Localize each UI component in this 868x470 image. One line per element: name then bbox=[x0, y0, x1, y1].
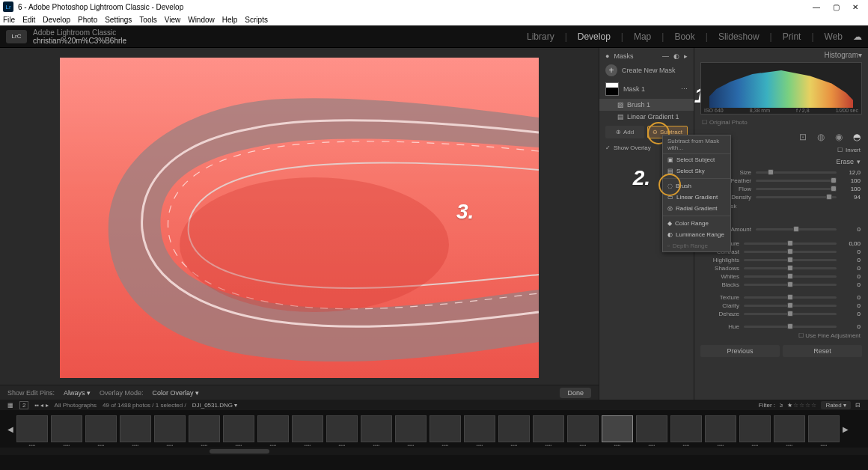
secondary-icon[interactable]: 2 bbox=[19, 401, 28, 409]
module-web[interactable]: Web bbox=[825, 31, 843, 42]
filmstrip-thumb[interactable]: ••••• bbox=[154, 415, 186, 442]
show-edit-pins-value[interactable]: Always ▾ bbox=[64, 389, 91, 397]
done-button[interactable]: Done bbox=[560, 388, 591, 398]
filmstrip-thumb[interactable]: ••••• bbox=[739, 415, 771, 442]
density-slider[interactable] bbox=[756, 196, 837, 198]
exposure-slider[interactable] bbox=[744, 242, 837, 245]
dd-radial-gradient[interactable]: ◎ Radial Gradient bbox=[663, 203, 730, 214]
menu-settings[interactable]: Settings bbox=[105, 16, 132, 24]
filmstrip-thumb[interactable]: ••••• bbox=[257, 415, 289, 442]
invert-checkbox[interactable]: ☐ bbox=[837, 147, 843, 153]
filter-flag[interactable]: ≥ bbox=[780, 402, 783, 409]
original-photo-toggle[interactable]: ☐ Original Photo bbox=[694, 117, 868, 127]
filmstrip-thumb[interactable]: ••••• bbox=[567, 415, 599, 442]
create-new-mask[interactable]: + Create New Mask bbox=[599, 61, 694, 79]
filmstrip-thumb[interactable]: ••••• bbox=[808, 415, 840, 442]
menu-view[interactable]: View bbox=[165, 16, 181, 24]
flow-slider[interactable] bbox=[756, 188, 837, 190]
dd-color-range[interactable]: ◆ Color Range bbox=[663, 218, 730, 229]
filmstrip-thumb[interactable]: ••••• bbox=[395, 415, 427, 442]
filmstrip-thumb[interactable]: ••••• bbox=[533, 415, 564, 442]
module-develop[interactable]: Develop bbox=[578, 31, 611, 42]
filmstrip-thumb[interactable]: ••••• bbox=[636, 415, 667, 442]
filmstrip-thumb[interactable]: ••••• bbox=[223, 415, 254, 442]
crop-tool-icon[interactable]: ⊡ bbox=[799, 132, 807, 142]
overlay-mode-value[interactable]: Color Overlay ▾ bbox=[153, 389, 200, 397]
filmstrip-thumb[interactable]: ••••• bbox=[16, 415, 48, 442]
minimize-button[interactable]: — bbox=[807, 3, 826, 11]
filmstrip-thumb[interactable]: ••••• bbox=[85, 415, 117, 442]
photo-canvas[interactable]: 3. bbox=[60, 58, 539, 378]
redeye-tool-icon[interactable]: ◉ bbox=[835, 132, 843, 142]
clarity-slider[interactable] bbox=[744, 305, 837, 307]
menu-photo[interactable]: Photo bbox=[78, 16, 97, 24]
filmstrip-thumb[interactable]: ••••• bbox=[430, 415, 461, 442]
menu-scripts[interactable]: Scripts bbox=[245, 16, 268, 24]
view-icons[interactable]: ▪▪ ◂ ▸ bbox=[34, 402, 48, 409]
size-slider[interactable] bbox=[756, 171, 837, 174]
filter-stars[interactable]: ★☆☆☆☆ bbox=[787, 402, 816, 409]
mask-1[interactable]: Mask 1 ⋯ bbox=[599, 79, 694, 99]
close-button[interactable]: ✕ bbox=[846, 3, 865, 11]
mask-component-brush[interactable]: ▨ Brush 1 bbox=[599, 99, 694, 111]
amount-slider[interactable] bbox=[756, 228, 837, 231]
filter-rated[interactable]: Rated ▾ bbox=[821, 401, 851, 409]
filmstrip-thumb[interactable]: ••••• bbox=[670, 415, 702, 442]
dd-brush[interactable]: ◌ Brush bbox=[663, 180, 730, 192]
previous-button[interactable]: Previous bbox=[700, 345, 780, 357]
module-slideshow[interactable]: Slideshow bbox=[718, 31, 760, 42]
filmstrip-left-arrow[interactable]: ◀ bbox=[7, 425, 13, 433]
fine-adjust-checkbox[interactable]: ☐ Use Fine Adjustment bbox=[694, 331, 868, 341]
menu-develop[interactable]: Develop bbox=[43, 16, 70, 24]
grid-icon[interactable]: ▦ bbox=[7, 402, 13, 409]
filmstrip-thumb[interactable]: ••••• bbox=[705, 415, 736, 442]
menu-help[interactable]: Help bbox=[222, 16, 238, 24]
dehaze-slider[interactable] bbox=[744, 313, 837, 315]
maximize-button[interactable]: ▢ bbox=[826, 3, 846, 11]
filmstrip-thumb[interactable]: ••••• bbox=[498, 415, 530, 442]
masks-header[interactable]: ● Masks — ◐ ▸ bbox=[599, 51, 694, 61]
invert-label: Invert bbox=[846, 147, 861, 153]
filmstrip-right-arrow[interactable]: ▶ bbox=[843, 425, 849, 433]
feather-slider[interactable] bbox=[756, 180, 837, 182]
menu-tools[interactable]: Tools bbox=[139, 16, 156, 24]
filmstrip-thumb[interactable]: ••••• bbox=[51, 415, 82, 442]
filmstrip-thumb[interactable]: ••••• bbox=[464, 415, 495, 442]
dd-select-subject[interactable]: ▣ Select Subject bbox=[663, 154, 730, 165]
whites-slider[interactable] bbox=[744, 275, 837, 278]
filmstrip-thumb[interactable]: ••••• bbox=[292, 415, 323, 442]
module-print[interactable]: Print bbox=[783, 31, 801, 42]
histogram[interactable]: ISO 6408,38 mmf / 2,81/200 sec bbox=[700, 62, 862, 115]
filmstrip-thumb[interactable]: ••••• bbox=[189, 415, 220, 442]
shadows-slider[interactable] bbox=[744, 267, 837, 269]
filmstrip[interactable]: ◀ ••••• ••••• ••••• ••••• ••••• ••••• ••… bbox=[0, 410, 868, 448]
filmstrip-thumb[interactable]: ••••• bbox=[774, 415, 805, 442]
texture-slider[interactable] bbox=[744, 296, 837, 299]
highlights-slider[interactable] bbox=[744, 259, 837, 261]
filmstrip-scrollbar[interactable] bbox=[0, 448, 868, 455]
heal-tool-icon[interactable]: ◍ bbox=[817, 132, 825, 142]
menu-window[interactable]: Window bbox=[188, 16, 215, 24]
breadcrumb-filename[interactable]: DJI_0531.DNG ▾ bbox=[192, 402, 237, 409]
module-map[interactable]: Map bbox=[634, 31, 651, 42]
cloud-sync-icon[interactable]: ☁ bbox=[853, 31, 862, 42]
filmstrip-thumb[interactable]: ••••• bbox=[361, 415, 392, 442]
breadcrumb-collection[interactable]: All Photographs bbox=[55, 402, 97, 409]
dd-luminance-range[interactable]: ◐ Luminance Range bbox=[663, 229, 730, 240]
hue-slider[interactable] bbox=[744, 326, 837, 328]
module-book[interactable]: Book bbox=[674, 31, 694, 42]
mask-component-gradient[interactable]: ▤ Linear Gradient 1 bbox=[599, 111, 694, 123]
module-library[interactable]: Library bbox=[527, 31, 554, 42]
menu-edit[interactable]: Edit bbox=[22, 16, 35, 24]
filmstrip-thumb[interactable]: ••••• bbox=[120, 415, 151, 442]
histogram-header[interactable]: Histogram ▾ bbox=[694, 48, 868, 62]
menu-file[interactable]: File bbox=[3, 16, 15, 24]
blacks-slider[interactable] bbox=[744, 284, 837, 286]
mask-tool-icon[interactable]: ◓ bbox=[853, 132, 861, 142]
mask-add-button[interactable]: ⊕ Add bbox=[605, 126, 644, 138]
contrast-slider[interactable] bbox=[744, 251, 837, 253]
filmstrip-thumb-selected[interactable]: ••••• bbox=[602, 415, 633, 442]
filter-lock-icon[interactable]: ⊟ bbox=[855, 402, 861, 409]
reset-button[interactable]: Reset bbox=[783, 345, 862, 357]
filmstrip-thumb[interactable]: ••••• bbox=[326, 415, 358, 442]
